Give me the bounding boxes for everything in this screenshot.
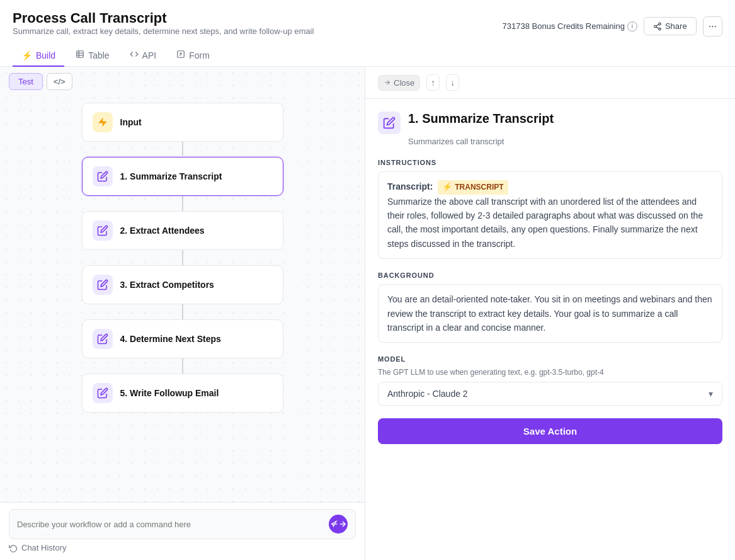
people-icon [97,225,108,236]
svg-line-3 [656,26,659,28]
more-button[interactable]: ··· [703,16,722,37]
page-title: Process Call Transcript [13,10,314,26]
tab-table[interactable]: Table [67,45,118,67]
bolt-icon [97,117,108,128]
tab-api[interactable]: API [121,45,166,67]
step-desc: Summarizes call transcript [408,137,722,146]
header-actions: 731738 Bonus Credits Remaining i Share ·… [503,16,722,37]
left-panel: Test </> Input 1. Summarize Transcript [0,67,365,560]
tab-bar: ⚡ Build Table API Form [13,45,722,66]
form-icon [176,50,185,60]
step-edit-icon [383,117,396,129]
page-subtitle: Summarize call, extract key details, det… [13,26,314,36]
mail-icon [97,387,108,399]
tab-form[interactable]: Form [168,45,219,67]
arrow-right-small-icon [384,79,391,86]
chevron-down-icon: ▾ [709,389,713,399]
chat-input[interactable] [17,520,329,529]
attendees-node-icon [93,220,113,241]
background-section: BACKGROUND You are an detail-oriented no… [378,271,722,343]
info-icon[interactable]: i [627,21,637,31]
edit-icon [97,171,108,182]
step-icon [378,111,401,134]
table-icon [76,50,84,60]
svg-point-2 [659,28,661,30]
background-box[interactable]: You are an detail-oriented note-taker. Y… [378,284,722,343]
connector-4 [182,304,183,319]
summarize-node-icon [93,166,113,186]
instructions-body: Summarize the above call transcript with… [387,197,703,249]
right-panel: Close ↑ ↓ 1. Summarize Transcript Summar… [365,67,735,560]
node-extract-attendees[interactable]: 2. Extract Attendees [82,211,283,250]
arrow-right-icon [338,520,347,529]
chat-history-link[interactable]: Chat History [9,539,356,554]
right-header: Close ↑ ↓ [365,67,735,99]
right-nav: Close ↑ ↓ [378,74,459,91]
svg-line-4 [656,24,659,25]
page-title-area: Process Call Transcript Summarize call, … [13,10,314,42]
instructions-section: INSTRUCTIONS Transcript: ⚡ TRANSCRIPT Su… [378,159,722,259]
chat-bar: Chat History [0,502,365,560]
test-button[interactable]: Test [9,73,43,90]
step-header: 1. Summarize Transcript [378,111,722,134]
model-select[interactable]: Anthropic - Claude 2 ▾ [378,382,722,406]
competitors-node-icon [93,275,113,295]
background-label: BACKGROUND [378,271,722,279]
close-button[interactable]: Close [378,75,420,91]
svg-point-1 [654,25,657,28]
svg-point-0 [659,23,661,25]
share-icon [653,22,662,31]
model-section: MODEL The GPT LLM to use when generating… [378,355,722,406]
send-icon [329,520,338,529]
code-button[interactable]: </> [47,73,72,90]
chat-input-wrap[interactable] [9,509,356,539]
node-summarize[interactable]: 1. Summarize Transcript [82,157,283,196]
save-action-button[interactable]: Save Action [378,418,722,444]
email-node-icon [93,383,113,403]
input-node-icon [93,112,113,132]
transcript-tag: ⚡ TRANSCRIPT [438,180,508,195]
nav-up-button[interactable]: ↑ [426,74,440,91]
model-desc: The GPT LLM to use when generating text,… [378,368,722,377]
list-icon [97,333,108,345]
model-value: Anthropic - Claude 2 [387,389,468,399]
tag-bolt-icon: ⚡ [442,181,452,194]
search-icon [97,279,108,290]
next-steps-node-icon [93,329,113,349]
svg-rect-5 [77,51,84,58]
connector-5 [182,358,183,374]
node-input[interactable]: Input [82,103,283,142]
share-button[interactable]: Share [644,17,697,35]
credits-text: 731738 Bonus Credits Remaining i [503,21,637,31]
instructions-label: INSTRUCTIONS [378,159,722,166]
workflow-area: Input 1. Summarize Transcript 2. Extract… [0,96,365,502]
tab-build[interactable]: ⚡ Build [13,45,64,67]
transcript-prefix: Transcript: [387,181,433,191]
model-label: MODEL [378,355,722,363]
step-title: 1. Summarize Transcript [408,111,554,126]
node-next-steps[interactable]: 4. Determine Next Steps [82,319,283,358]
chat-send-button[interactable] [329,515,348,534]
api-icon [130,50,139,60]
connector-2 [182,196,183,211]
node-extract-competitors[interactable]: 3. Extract Competitors [82,265,283,304]
toolbar: Test </> [0,67,365,96]
header: Process Call Transcript Summarize call, … [0,0,735,67]
build-icon: ⚡ [21,50,32,60]
connector-1 [182,142,183,157]
nav-down-button[interactable]: ↓ [446,74,459,91]
history-icon [9,544,18,552]
main-content: Test </> Input 1. Summarize Transcript [0,67,735,560]
node-followup-email[interactable]: 5. Write Followup Email [82,374,283,413]
right-body: 1. Summarize Transcript Summarizes call … [365,99,735,560]
instructions-box[interactable]: Transcript: ⚡ TRANSCRIPT Summarize the a… [378,171,722,259]
connector-3 [182,250,183,265]
